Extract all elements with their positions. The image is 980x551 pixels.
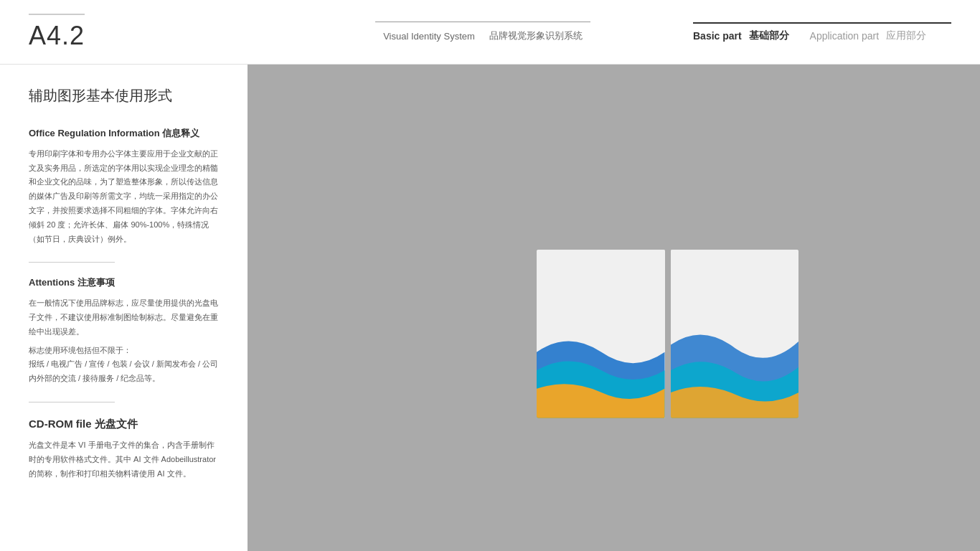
section-3: CD-ROM file 光盘文件 光盘文件是本 VI 手册电子文件的集合，内含手… <box>29 415 219 481</box>
app-label: Application part <box>810 30 880 42</box>
section-2: Attentions 注意事项 在一般情况下使用品牌标志，应尽量使用提供的光盘电… <box>29 276 219 386</box>
nav-line: Visual Identity System 品牌视觉形象识别系统 <box>383 29 583 42</box>
nav-divider <box>375 22 590 22</box>
header-right: Basic part 基础部分 Application part 应用部分 <box>693 22 951 42</box>
page-code: A4.2 <box>29 14 85 51</box>
vi-label: Visual Identity System <box>383 31 475 42</box>
section2-title: Attentions 注意事项 <box>29 276 219 291</box>
content-grid <box>248 65 980 551</box>
section2-text1: 在一般情况下使用品牌标志，应尽量使用提供的光盘电子文件，不建议使用标准制图绘制标… <box>29 296 219 339</box>
card-bot-mid <box>537 250 798 418</box>
nav-separator <box>796 29 803 42</box>
main: 辅助图形基本使用形式 Office Regulation Information… <box>0 65 980 551</box>
header-left: A4.2 <box>29 14 273 51</box>
section1-title: Office Regulation Information 信息释义 <box>29 126 219 141</box>
section3-title: CD-ROM file 光盘文件 <box>29 415 219 433</box>
vi-label-cn: 品牌视觉形象识别系统 <box>489 29 583 42</box>
card-bot-mid-left <box>537 250 665 418</box>
sidebar: 辅助图形基本使用形式 Office Regulation Information… <box>0 65 248 551</box>
header: A4.2 Visual Identity System 品牌视觉形象识别系统 B… <box>0 0 980 65</box>
app-label-cn: 应用部分 <box>886 29 926 42</box>
section-1: Office Regulation Information 信息释义 专用印刷字… <box>29 126 219 246</box>
section2-text3: 报纸 / 电视广告 / 宣传 / 包装 / 会议 / 新闻发布会 / 公司内外部… <box>29 357 219 386</box>
section1-text: 专用印刷字体和专用办公字体主要应用于企业文献的正文及实务用品，所选定的字体用以实… <box>29 147 219 247</box>
header-center: Visual Identity System 品牌视觉形象识别系统 <box>273 22 693 42</box>
divider-2 <box>29 402 115 402</box>
card-bot-mid-right <box>671 250 799 418</box>
basic-label-cn: 基础部分 <box>749 29 789 42</box>
section3-text: 光盘文件是本 VI 手册电子文件的集合，内含手册制作时的专用软件格式文件。其中 … <box>29 438 219 481</box>
page-title: 辅助图形基本使用形式 <box>29 85 219 106</box>
basic-label: Basic part <box>693 30 742 42</box>
section2-text2: 标志使用环境包括但不限于： <box>29 344 219 358</box>
divider-1 <box>29 262 115 263</box>
